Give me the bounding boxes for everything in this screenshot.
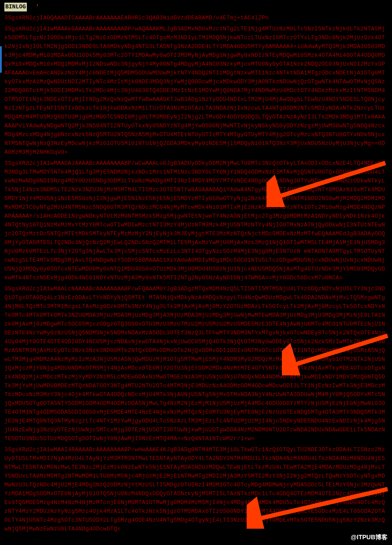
binlog-block-4: 3SgsXRd2cjIA1wMAAI4RAAAABcAAAAAAAABP/wHw… bbox=[4, 445, 388, 534]
scroll-indicator bbox=[0, 46, 2, 73]
binlog-block-1: 3SgsXRd2cjIA1wMAAAkGAAAABcAAAAAAAABP/wAQ… bbox=[4, 25, 388, 157]
watermark: @ITPUB博客 bbox=[351, 533, 388, 541]
binlog-block-2: 3SgsXRd2cjIA1wMAAOAJAAAABcAAAAAAAABP/wCw… bbox=[4, 159, 388, 282]
binlog-block-0: 3SgsXRN2cjIAOQAAADICAAAABcAAAAAAAEABHRlc… bbox=[4, 14, 388, 22]
binlog-content: 3SgsXRN2cjIAOQAAADICAAAABcAAAAAAAEABHRlc… bbox=[4, 14, 388, 534]
binlog-label: BINLOG bbox=[4, 3, 27, 11]
binlog-block-3: 3SgsXRd2cjIA1wMAALcNAAAABcAAAAAAAABP/wFQ… bbox=[4, 285, 388, 443]
header-row: BINLOG ' bbox=[4, 3, 388, 11]
opening-quote: ' bbox=[36, 4, 39, 10]
